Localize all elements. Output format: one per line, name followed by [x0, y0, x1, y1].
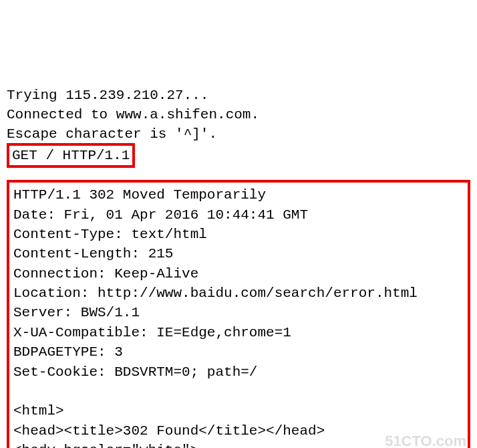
preamble-line-1: Trying 115.239.210.27...	[7, 88, 208, 103]
body-line-1: <html>	[13, 403, 64, 419]
header-location: Location: http://www.baidu.com/search/er…	[13, 286, 418, 301]
header-xua: X-UA-Compatible: IE=Edge,chrome=1	[13, 325, 291, 340]
header-content-length: Content-Length: 215	[13, 246, 173, 261]
header-bdpagetype: BDPAGETYPE: 3	[13, 344, 123, 360]
body-line-3: <body bgcolor="white">	[13, 443, 198, 448]
http-request-box: GET / HTTP/1.1	[7, 143, 135, 168]
header-set-cookie: Set-Cookie: BDSVRTM=0; path=/	[13, 364, 257, 380]
header-connection: Connection: Keep-Alive	[13, 266, 198, 282]
header-server: Server: BWS/1.1	[13, 305, 140, 320]
preamble-line-2: Connected to www.a.shifen.com.	[7, 107, 259, 122]
terminal-output: Trying 115.239.210.27... Connected to ww…	[7, 86, 470, 448]
body-line-2: <head><title>302 Found</title></head>	[13, 423, 325, 439]
header-date: Date: Fri, 01 Apr 2016 10:44:41 GMT	[13, 207, 308, 223]
http-response-box: HTTP/1.1 302 Moved Temporarily Date: Fri…	[7, 180, 470, 448]
http-request-line: GET / HTTP/1.1	[12, 148, 130, 163]
preamble-line-3: Escape character is '^]'.	[7, 126, 217, 142]
status-line: HTTP/1.1 302 Moved Temporarily	[13, 187, 266, 203]
header-content-type: Content-Type: text/html	[13, 227, 207, 242]
